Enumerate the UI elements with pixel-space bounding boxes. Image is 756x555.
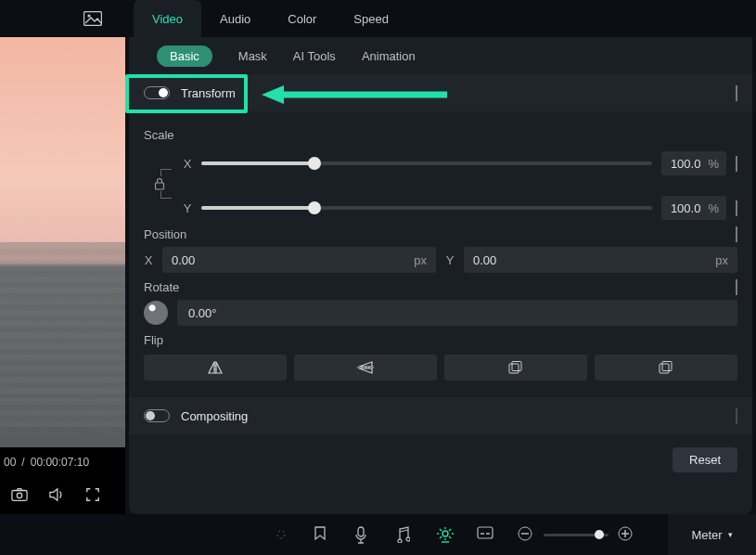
flip-label: Flip (144, 333, 737, 347)
meter-dropdown[interactable]: Meter▾ (668, 514, 756, 555)
svg-rect-4 (156, 183, 164, 189)
transform-title: Transform (181, 86, 236, 100)
subtab-mask[interactable]: Mask (238, 49, 267, 63)
preview-column: 00 / 00:00:07:10 (0, 37, 125, 514)
compositing-title: Compositing (181, 409, 248, 423)
svg-rect-2 (12, 491, 27, 501)
tab-speed[interactable]: Speed (335, 0, 407, 37)
tab-video[interactable]: Video (134, 0, 201, 37)
subtab-basic[interactable]: Basic (157, 45, 212, 67)
copy-button-1[interactable] (444, 355, 587, 381)
position-y-input[interactable]: 0.00px (464, 247, 737, 273)
scale-y-axis-label: Y (183, 201, 192, 215)
scale-x-input[interactable]: 100.0% (661, 151, 726, 175)
position-x-axis-label: X (144, 253, 153, 267)
subtab-animation[interactable]: Animation (362, 49, 416, 63)
transform-header[interactable]: Transform (129, 74, 752, 111)
top-tab-bar: Video Audio Color Speed (0, 0, 756, 37)
image-icon[interactable] (83, 11, 102, 26)
zoom-in-icon[interactable] (618, 526, 634, 543)
properties-panel: Basic Mask AI Tools Animation Transform … (129, 37, 752, 514)
compositing-header[interactable]: Compositing (129, 397, 752, 434)
zoom-out-icon[interactable] (518, 526, 534, 543)
bottom-toolbar: Meter▾ (0, 514, 756, 555)
scale-label: Scale (144, 128, 737, 142)
scale-y-keyframe-icon[interactable] (736, 201, 737, 215)
scale-x-keyframe-icon[interactable] (736, 157, 737, 171)
flip-vertical-button[interactable] (294, 355, 437, 381)
position-x-input[interactable]: 0.00px (162, 247, 436, 273)
copy-button-2[interactable] (595, 355, 737, 381)
rotate-label: Rotate (144, 280, 179, 294)
marker-icon[interactable] (314, 526, 330, 543)
rotate-knob[interactable] (144, 301, 168, 325)
effects-icon[interactable] (436, 526, 453, 543)
scale-x-slider[interactable] (201, 161, 652, 165)
position-label: Position (144, 227, 186, 241)
svg-rect-8 (512, 362, 521, 371)
tab-audio[interactable]: Audio (201, 0, 269, 37)
svg-point-3 (17, 493, 21, 497)
svg-point-13 (442, 531, 448, 536)
music-icon[interactable] (395, 526, 412, 543)
position-keyframe-icon[interactable] (736, 227, 737, 241)
scale-x-axis-label: X (183, 157, 192, 171)
scale-y-slider[interactable] (201, 206, 652, 210)
snapshot-icon[interactable] (11, 487, 28, 504)
adjust-icon[interactable] (273, 526, 289, 543)
svg-rect-9 (660, 364, 669, 373)
transform-keyframe-icon[interactable] (736, 86, 737, 100)
rotate-keyframe-icon[interactable] (736, 280, 737, 294)
volume-icon[interactable] (48, 487, 65, 504)
time-separator: / (21, 456, 24, 469)
svg-rect-14 (478, 527, 493, 538)
time-current: 00 (4, 456, 16, 469)
caption-icon[interactable] (477, 526, 493, 543)
mic-icon[interactable] (354, 526, 371, 543)
video-preview[interactable] (0, 37, 125, 447)
compositing-toggle[interactable] (144, 409, 170, 422)
svg-rect-0 (84, 12, 102, 26)
svg-rect-12 (358, 527, 364, 536)
sub-tab-bar: Basic Mask AI Tools Animation (129, 37, 752, 74)
rotate-input[interactable]: 0.00° (177, 300, 737, 326)
svg-point-1 (87, 14, 90, 17)
subtab-ai-tools[interactable]: AI Tools (293, 49, 336, 63)
position-y-axis-label: Y (445, 253, 455, 267)
compositing-keyframe-icon[interactable] (736, 409, 737, 423)
svg-rect-7 (509, 364, 519, 373)
tab-color[interactable]: Color (269, 0, 335, 37)
time-total: 00:00:07:10 (31, 456, 89, 469)
flip-horizontal-button[interactable] (144, 355, 287, 381)
zoom-slider[interactable] (544, 534, 609, 536)
svg-point-11 (277, 531, 285, 538)
transform-toggle[interactable] (144, 86, 170, 99)
fullscreen-icon[interactable] (85, 487, 102, 504)
scale-lock[interactable] (144, 169, 175, 199)
scale-y-input[interactable]: 100.0% (661, 196, 726, 220)
reset-button[interactable]: Reset (673, 447, 737, 472)
svg-rect-10 (662, 362, 672, 371)
